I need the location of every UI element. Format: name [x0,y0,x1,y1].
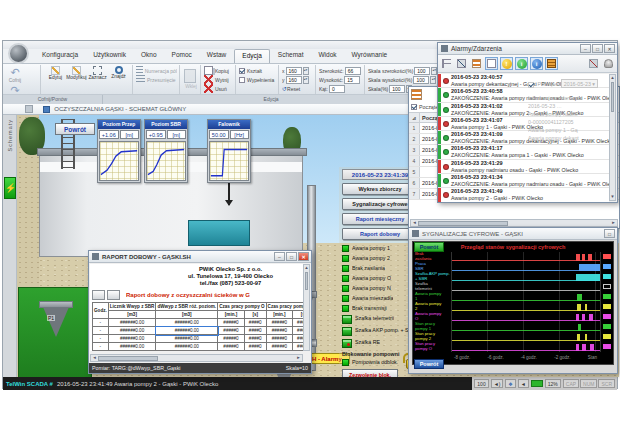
report-cell-r1c6[interactable]: #####0 [266,319,293,327]
angle-value[interactable]: 0 [329,85,345,93]
wypełnienia-checkbox[interactable] [239,77,245,83]
kopiuj-button[interactable]: Kopiuj [204,66,233,75]
palette-icon[interactable]: ❖ [505,379,515,388]
ribbon-tab-konfiguracja[interactable]: Konfiguracja [35,49,85,63]
report-cell-r4c3[interactable]: ######0.00 [156,343,218,351]
events-alarm-list-icon[interactable] [411,89,422,100]
app-menu-orb[interactable] [8,43,29,64]
ribbon-tab-wyrównanie[interactable]: Wyrównanie [345,49,395,63]
pin-button[interactable] [440,57,453,70]
numeracja-pól-button[interactable]: Numeracja pól [136,66,177,75]
report-export-button[interactable] [107,290,120,300]
report-cell-r4c1[interactable]: - [93,343,109,351]
report-cell-r2c7[interactable]: ####0 [293,327,303,335]
skala-wysokości-value[interactable]: 100 [413,76,429,84]
x-value[interactable]: 160 [286,67,302,75]
ribbon-tab-widok[interactable]: Widok [311,49,343,63]
panel-trend-poziom-przep[interactable] [99,141,139,181]
info-button[interactable]: i [530,57,543,70]
height-value[interactable]: 15 [344,76,360,84]
modyfikuj-button[interactable]: Modyfikuj [66,66,87,80]
report-cell-r3c5[interactable]: ####0 [244,335,266,343]
report-cell-r4c2[interactable]: ######0.00 [108,343,156,351]
ribbon-tab-schemat[interactable]: Schemat [271,49,311,63]
skala-wysokości-spinner[interactable]: ▴▾ [430,76,436,84]
alarms-vscrollbar[interactable]: ▲▼ [609,74,616,201]
selection-handle[interactable] [156,333,158,335]
alarms-titlebar[interactable]: Alarmy/Zdarzenia –□✕ [438,43,617,55]
report-cell-r2c1[interactable]: - [93,327,109,335]
skala-value[interactable]: 100 [389,85,405,93]
speaker-icon[interactable]: ◄) [491,379,504,388]
export-button[interactable] [455,57,468,70]
report-cell-r2c2[interactable]: ######0.00 [108,327,156,335]
sidebar-power-button[interactable]: ⚡ [4,177,16,199]
window-button[interactable] [485,57,498,70]
ribbon-tab-edycja[interactable]: Edycja [234,49,270,63]
alarms-minimize-button[interactable]: – [580,44,591,53]
cabinet-szafka-telemetrii[interactable]: Szafka telemetrii [342,313,418,325]
alarm-ended-button[interactable]: i [515,57,528,70]
panel-trend-poziom-sbr[interactable] [146,141,186,181]
report-cell-r4c5[interactable]: ####0 [244,343,266,351]
report-hscrollbar[interactable]: ◄► [90,354,303,362]
report-cell-r1c5[interactable]: ####0 [244,319,266,327]
report-cell-r3c2[interactable]: ######0.00 [108,335,156,343]
report-cell-r3c7[interactable]: ####0 [293,335,303,343]
ribbon-tab-wstaw[interactable]: Wstaw [200,49,234,63]
selection-handle[interactable] [156,327,158,329]
wykres-zbiorczy-button[interactable]: Wykres zbiorczy [342,183,418,195]
report-cell-r2c3[interactable]: ######0.00 [156,327,218,335]
events-filter-checkbox[interactable] [411,104,417,110]
mute-button[interactable] [587,57,600,70]
alarm-entry-9[interactable]: 2016-05-23 23:41:49Awaria pompy 2 - Gąsk… [438,188,609,202]
signals-back-button[interactable]: Powrót [414,242,444,252]
undo-button[interactable]: ↶Cofnij [7,66,23,83]
report-close-button[interactable]: ✕ [298,252,309,261]
ribbon-tab-pomoc[interactable]: Pomoc [165,49,199,63]
report-cell-r4c7[interactable]: ####0 [293,343,303,351]
zaznacz-button[interactable]: Zaznacz [87,66,108,80]
speaker2-icon[interactable]: ◄ [518,379,529,388]
report-cell-r2c4[interactable]: #####0 [218,327,245,335]
y-spinner[interactable]: ▴▾ [303,76,309,84]
alarm-active-button[interactable]: ! [500,57,513,70]
sidebar-tab-schematy[interactable]: Schematy [7,119,13,151]
report-cell-r3c3[interactable]: ######0.00 [156,335,218,343]
alarm-entry-6[interactable]: 2016-05-23 23:41:17ZAKOŃCZENIE: Awaria p… [438,145,609,159]
report-cell-r3c1[interactable]: - [93,335,109,343]
report-cell-r1c3[interactable]: ######0.00 [156,319,218,327]
archive-button[interactable] [545,57,558,70]
wytnij-button[interactable]: Wytnij [204,75,233,84]
report-cell-r2c5[interactable]: ####0 [244,327,266,335]
ribbon-tab-użytkownik[interactable]: Użytkownik [86,49,133,63]
report-titlebar[interactable]: RAPORT DOBOWY - GĄSKI.SH –□✕ [89,251,311,263]
przesunięcie-button[interactable]: Przesunięcie [136,75,177,84]
kształt-checkbox[interactable] [239,68,245,74]
signals-maximize-button[interactable]: □ [604,229,615,238]
allow-lock-button[interactable]: Zezwolenie blok. [342,369,398,377]
report-print-button[interactable] [92,290,105,300]
panel-trend-falownik[interactable] [209,141,249,181]
znajdź-button[interactable]: Znajdź [108,66,129,79]
lamp-button[interactable] [602,57,615,70]
x-spinner[interactable]: ▴▾ [303,67,309,75]
report-vscrollbar[interactable]: ▲ [303,264,310,351]
y-value[interactable]: 160 [286,76,302,84]
alarm-filter-combo[interactable]: 2016-05-23 ▾ [561,79,598,88]
report-cell-r1c2[interactable]: ######0.00 [108,319,156,327]
report-maximize-button[interactable]: □ [286,252,297,261]
edytuj-button[interactable]: Edytuj [45,66,66,80]
back-button[interactable]: Powrót [55,123,95,135]
signals-titlebar[interactable]: SYGNALIZACJE CYFROWE - GĄSKI □ [409,228,617,240]
cabinet-szafka-re[interactable]: Szafka RE [342,337,418,349]
sidebar-pin-icon[interactable] [25,105,33,113]
ribbon-tab-okno[interactable]: Okno [134,49,164,63]
raport-dobowy-button[interactable]: Raport dobowy [342,228,418,240]
report-cell-r1c4[interactable]: #####0 [218,319,245,327]
report-cell-r2c6[interactable]: #####0 [266,327,293,335]
sygnalizacje-cyfrowe-button[interactable]: Sygnalizacje cyfrowe [342,198,418,210]
paste-button[interactable]: Wklej [183,66,199,89]
skala-szerokości-value[interactable]: 100 [414,67,430,75]
report-cell-r1c7[interactable]: ####0 [293,319,303,327]
